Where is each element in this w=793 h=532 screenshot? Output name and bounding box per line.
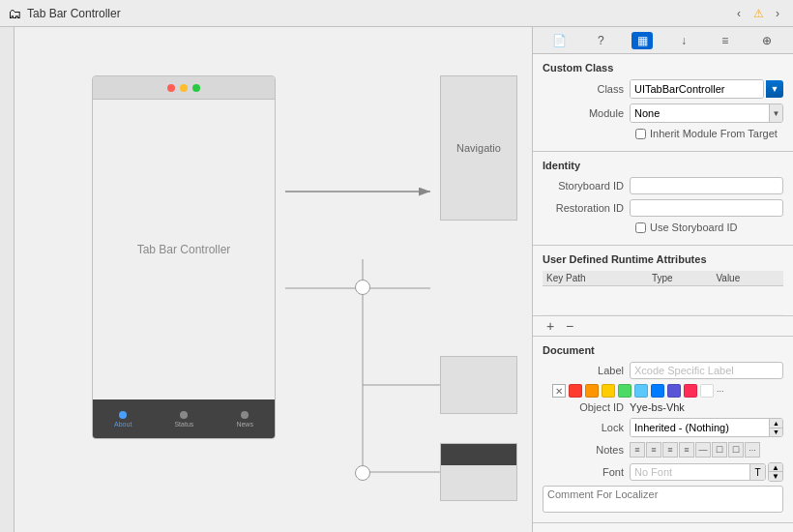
swatch-white[interactable] (700, 384, 714, 398)
size-tool-button[interactable]: ↓ (673, 32, 694, 49)
footer-label-about: About (114, 421, 132, 428)
user-defined-section: User Defined Runtime Attributes Key Path… (533, 246, 793, 316)
connector-top (355, 280, 370, 295)
swatch-red[interactable] (569, 384, 582, 398)
class-value: UITabBarController (631, 80, 763, 98)
footer-dot-status (180, 411, 188, 419)
footer-label-status: Status (174, 421, 193, 428)
inherit-module-checkbox[interactable] (635, 129, 646, 139)
use-storyboard-checkbox[interactable] (635, 222, 646, 233)
module-label: Module (543, 107, 630, 119)
notes-align-right[interactable]: ≡ (662, 442, 678, 458)
main-content: Tab Bar Controller About Status News Nav (0, 27, 793, 532)
add-tool-button[interactable]: ⊕ (756, 32, 778, 49)
swatch-none[interactable]: ✕ (552, 384, 566, 398)
object-id-label: Object ID (543, 401, 630, 413)
swatch-purple[interactable] (667, 384, 681, 398)
swatch-green[interactable] (618, 384, 631, 398)
notes-align-left[interactable]: ≡ (630, 442, 645, 458)
footer-dot-news (241, 411, 249, 419)
table-toolbar: + − (533, 316, 793, 337)
notes-label: Notes (543, 444, 630, 456)
module-dropdown[interactable]: None ▼ (630, 103, 783, 123)
user-defined-title: User Defined Runtime Attributes (543, 253, 783, 265)
device-mockup: Tab Bar Controller About Status News (92, 75, 276, 439)
restoration-id-label: Restoration ID (543, 202, 630, 214)
title-bar: 🗂 Tab Bar Controller ‹ ⚠ › (0, 0, 793, 27)
col-keypath: Key Path (543, 271, 648, 286)
notes-checkbox-icon[interactable]: ☐ (712, 442, 727, 458)
identity-tool-button[interactable]: ▦ (631, 32, 653, 49)
class-arrow-button[interactable]: ▼ (766, 80, 783, 98)
canvas-area: Tab Bar Controller About Status News Nav (15, 27, 532, 532)
swatch-blue[interactable] (651, 384, 664, 398)
footer-item-about: About (114, 411, 132, 428)
nav-warning-icon[interactable]: ⚠ (750, 6, 766, 21)
notes-align-justify[interactable]: ≡ (679, 442, 694, 458)
restoration-id-row: Restoration ID (543, 199, 783, 217)
document-section: Document Label Xcode Specific Label ✕ (533, 337, 793, 523)
help-tool-button[interactable]: ? (590, 32, 611, 49)
swatch-lightblue[interactable] (634, 384, 648, 398)
nav-back-button[interactable]: ‹ (731, 6, 747, 21)
notes-toolbar: ≡ ≡ ≡ ≡ — ☐ ☐ ··· (630, 442, 760, 458)
use-storyboard-label: Use Storyboard ID (650, 222, 737, 233)
inherit-module-label: Inherit Module From Target (650, 128, 778, 139)
notes-align-center[interactable]: ≡ (646, 442, 661, 458)
identity-title: Identity (543, 160, 783, 171)
col-value: Value (712, 271, 783, 286)
lock-up-button[interactable]: ▲ (770, 419, 782, 429)
label-label: Label (543, 365, 630, 376)
restoration-id-input[interactable] (630, 199, 783, 217)
font-input-wrap: No Font T (630, 463, 766, 481)
swatch-pink[interactable] (684, 384, 697, 398)
comment-textarea[interactable] (543, 486, 783, 513)
color-swatches: ✕ ··· (543, 384, 783, 398)
add-attribute-button[interactable]: + (543, 319, 558, 333)
file-tool-button[interactable]: 📄 (548, 32, 570, 49)
panel-toolbar: 📄 ? ▦ ↓ ≡ ⊕ (533, 27, 793, 54)
font-placeholder: No Font (631, 464, 749, 480)
footer-label-news: News (236, 421, 253, 428)
right-panel: 📄 ? ▦ ↓ ≡ ⊕ Custom Class Class UITabBarC… (532, 27, 793, 532)
lock-down-button[interactable]: ▼ (770, 429, 782, 437)
empty-row (543, 286, 783, 315)
storyboard-id-row: Storyboard ID tabbar (543, 177, 783, 194)
class-label: Class (543, 83, 630, 95)
storyboard-id-input[interactable]: tabbar (630, 177, 783, 194)
label-input[interactable]: Xcode Specific Label (630, 362, 783, 379)
custom-class-title: Custom Class (543, 62, 783, 74)
label-placeholder: Xcode Specific Label (634, 365, 734, 376)
inherit-module-row: Inherit Module From Target (543, 128, 783, 139)
notes-more[interactable]: ··· (745, 442, 760, 458)
use-storyboard-row: Use Storyboard ID (543, 222, 783, 233)
font-row: Font No Font T ▲ ▼ (543, 462, 783, 482)
device-label: Tab Bar Controller (137, 243, 231, 256)
font-icon-button[interactable]: T (749, 464, 765, 480)
lower-box-2 (440, 443, 517, 501)
lock-stepper[interactable]: ▲ ▼ (769, 419, 782, 436)
nav-forward-button[interactable]: › (770, 6, 785, 21)
more-swatches-button[interactable]: ··· (717, 386, 724, 396)
custom-class-section: Custom Class Class UITabBarController ▼ … (533, 54, 793, 152)
font-label: Font (543, 466, 630, 478)
document-title: Document (543, 344, 783, 356)
object-id-row: Object ID Yye-bs-Vhk (543, 401, 783, 413)
lock-label: Lock (543, 422, 630, 433)
lock-dropdown[interactable]: Inherited - (Nothing) ▲ ▼ (630, 418, 783, 437)
font-size-up[interactable]: ▲ (769, 463, 782, 472)
traffic-light-red (167, 84, 175, 92)
remove-attribute-button[interactable]: − (562, 319, 577, 333)
class-dropdown[interactable]: UITabBarController (630, 79, 764, 99)
font-size-down[interactable]: ▼ (769, 472, 782, 481)
connections-tool-button[interactable]: ≡ (715, 32, 736, 49)
notes-link[interactable]: ☐ (728, 442, 744, 458)
attributes-table: Key Path Type Value (543, 271, 783, 315)
notes-dash[interactable]: — (695, 442, 711, 458)
font-stepper: ▲ ▼ (768, 462, 783, 482)
swatch-orange[interactable] (585, 384, 599, 398)
traffic-light-yellow (180, 84, 188, 92)
identity-section: Identity Storyboard ID tabbar Restoratio… (533, 152, 793, 246)
storyboard-id-label: Storyboard ID (543, 180, 630, 192)
swatch-yellow[interactable] (602, 384, 615, 398)
